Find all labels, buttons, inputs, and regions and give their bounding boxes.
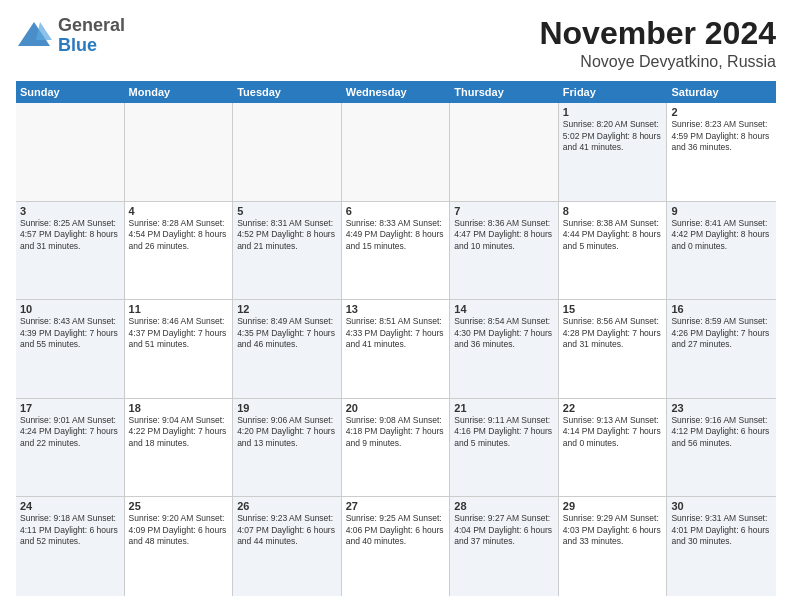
day-info: Sunrise: 9:04 AM Sunset: 4:22 PM Dayligh… bbox=[129, 415, 229, 449]
day-number: 22 bbox=[563, 402, 663, 414]
day-info: Sunrise: 8:20 AM Sunset: 5:02 PM Dayligh… bbox=[563, 119, 663, 153]
day-info: Sunrise: 9:01 AM Sunset: 4:24 PM Dayligh… bbox=[20, 415, 120, 449]
logo-icon bbox=[16, 18, 52, 54]
calendar-cell: 29Sunrise: 9:29 AM Sunset: 4:03 PM Dayli… bbox=[559, 497, 668, 596]
day-number: 3 bbox=[20, 205, 120, 217]
calendar-header-cell: Monday bbox=[125, 81, 234, 103]
calendar-cell: 25Sunrise: 9:20 AM Sunset: 4:09 PM Dayli… bbox=[125, 497, 234, 596]
day-number: 19 bbox=[237, 402, 337, 414]
day-info: Sunrise: 8:38 AM Sunset: 4:44 PM Dayligh… bbox=[563, 218, 663, 252]
calendar-cell bbox=[16, 103, 125, 201]
day-number: 29 bbox=[563, 500, 663, 512]
day-number: 15 bbox=[563, 303, 663, 315]
location: Novoye Devyatkino, Russia bbox=[539, 53, 776, 71]
day-number: 1 bbox=[563, 106, 663, 118]
day-number: 9 bbox=[671, 205, 772, 217]
day-number: 12 bbox=[237, 303, 337, 315]
calendar-cell: 6Sunrise: 8:33 AM Sunset: 4:49 PM Daylig… bbox=[342, 202, 451, 300]
day-number: 6 bbox=[346, 205, 446, 217]
calendar-cell: 1Sunrise: 8:20 AM Sunset: 5:02 PM Daylig… bbox=[559, 103, 668, 201]
day-info: Sunrise: 9:31 AM Sunset: 4:01 PM Dayligh… bbox=[671, 513, 772, 547]
calendar-week: 10Sunrise: 8:43 AM Sunset: 4:39 PM Dayli… bbox=[16, 300, 776, 399]
day-number: 16 bbox=[671, 303, 772, 315]
day-number: 21 bbox=[454, 402, 554, 414]
header: General Blue November 2024 Novoye Devyat… bbox=[16, 16, 776, 71]
calendar-cell: 16Sunrise: 8:59 AM Sunset: 4:26 PM Dayli… bbox=[667, 300, 776, 398]
day-info: Sunrise: 8:28 AM Sunset: 4:54 PM Dayligh… bbox=[129, 218, 229, 252]
day-info: Sunrise: 9:18 AM Sunset: 4:11 PM Dayligh… bbox=[20, 513, 120, 547]
day-number: 18 bbox=[129, 402, 229, 414]
calendar-cell: 10Sunrise: 8:43 AM Sunset: 4:39 PM Dayli… bbox=[16, 300, 125, 398]
calendar-cell: 13Sunrise: 8:51 AM Sunset: 4:33 PM Dayli… bbox=[342, 300, 451, 398]
calendar-cell: 28Sunrise: 9:27 AM Sunset: 4:04 PM Dayli… bbox=[450, 497, 559, 596]
day-number: 4 bbox=[129, 205, 229, 217]
day-number: 25 bbox=[129, 500, 229, 512]
calendar-header-cell: Tuesday bbox=[233, 81, 342, 103]
calendar-cell: 4Sunrise: 8:28 AM Sunset: 4:54 PM Daylig… bbox=[125, 202, 234, 300]
day-number: 2 bbox=[671, 106, 772, 118]
day-info: Sunrise: 8:46 AM Sunset: 4:37 PM Dayligh… bbox=[129, 316, 229, 350]
day-info: Sunrise: 8:23 AM Sunset: 4:59 PM Dayligh… bbox=[671, 119, 772, 153]
day-number: 5 bbox=[237, 205, 337, 217]
day-info: Sunrise: 8:31 AM Sunset: 4:52 PM Dayligh… bbox=[237, 218, 337, 252]
calendar-cell bbox=[450, 103, 559, 201]
day-number: 8 bbox=[563, 205, 663, 217]
svg-marker-1 bbox=[36, 22, 52, 40]
day-number: 27 bbox=[346, 500, 446, 512]
day-info: Sunrise: 8:56 AM Sunset: 4:28 PM Dayligh… bbox=[563, 316, 663, 350]
calendar-cell: 17Sunrise: 9:01 AM Sunset: 4:24 PM Dayli… bbox=[16, 399, 125, 497]
day-info: Sunrise: 8:41 AM Sunset: 4:42 PM Dayligh… bbox=[671, 218, 772, 252]
calendar-cell: 9Sunrise: 8:41 AM Sunset: 4:42 PM Daylig… bbox=[667, 202, 776, 300]
calendar-header-cell: Sunday bbox=[16, 81, 125, 103]
day-number: 17 bbox=[20, 402, 120, 414]
calendar-body: 1Sunrise: 8:20 AM Sunset: 5:02 PM Daylig… bbox=[16, 103, 776, 596]
day-info: Sunrise: 9:25 AM Sunset: 4:06 PM Dayligh… bbox=[346, 513, 446, 547]
day-number: 28 bbox=[454, 500, 554, 512]
calendar-cell: 7Sunrise: 8:36 AM Sunset: 4:47 PM Daylig… bbox=[450, 202, 559, 300]
calendar-header-cell: Friday bbox=[559, 81, 668, 103]
calendar-cell: 5Sunrise: 8:31 AM Sunset: 4:52 PM Daylig… bbox=[233, 202, 342, 300]
calendar-cell bbox=[342, 103, 451, 201]
calendar-header-cell: Wednesday bbox=[342, 81, 451, 103]
calendar-cell: 12Sunrise: 8:49 AM Sunset: 4:35 PM Dayli… bbox=[233, 300, 342, 398]
logo-text: General Blue bbox=[58, 16, 125, 56]
day-number: 14 bbox=[454, 303, 554, 315]
calendar-cell: 26Sunrise: 9:23 AM Sunset: 4:07 PM Dayli… bbox=[233, 497, 342, 596]
calendar: SundayMondayTuesdayWednesdayThursdayFrid… bbox=[16, 81, 776, 596]
day-number: 7 bbox=[454, 205, 554, 217]
day-number: 30 bbox=[671, 500, 772, 512]
calendar-cell: 11Sunrise: 8:46 AM Sunset: 4:37 PM Dayli… bbox=[125, 300, 234, 398]
day-number: 20 bbox=[346, 402, 446, 414]
calendar-week: 24Sunrise: 9:18 AM Sunset: 4:11 PM Dayli… bbox=[16, 497, 776, 596]
calendar-cell bbox=[233, 103, 342, 201]
calendar-header: SundayMondayTuesdayWednesdayThursdayFrid… bbox=[16, 81, 776, 103]
calendar-cell: 20Sunrise: 9:08 AM Sunset: 4:18 PM Dayli… bbox=[342, 399, 451, 497]
day-info: Sunrise: 8:36 AM Sunset: 4:47 PM Dayligh… bbox=[454, 218, 554, 252]
calendar-cell: 27Sunrise: 9:25 AM Sunset: 4:06 PM Dayli… bbox=[342, 497, 451, 596]
day-info: Sunrise: 8:51 AM Sunset: 4:33 PM Dayligh… bbox=[346, 316, 446, 350]
calendar-cell bbox=[125, 103, 234, 201]
calendar-cell: 24Sunrise: 9:18 AM Sunset: 4:11 PM Dayli… bbox=[16, 497, 125, 596]
day-info: Sunrise: 8:59 AM Sunset: 4:26 PM Dayligh… bbox=[671, 316, 772, 350]
day-info: Sunrise: 9:29 AM Sunset: 4:03 PM Dayligh… bbox=[563, 513, 663, 547]
calendar-cell: 19Sunrise: 9:06 AM Sunset: 4:20 PM Dayli… bbox=[233, 399, 342, 497]
calendar-cell: 14Sunrise: 8:54 AM Sunset: 4:30 PM Dayli… bbox=[450, 300, 559, 398]
calendar-week: 3Sunrise: 8:25 AM Sunset: 4:57 PM Daylig… bbox=[16, 202, 776, 301]
day-info: Sunrise: 9:20 AM Sunset: 4:09 PM Dayligh… bbox=[129, 513, 229, 547]
month-title: November 2024 bbox=[539, 16, 776, 51]
calendar-cell: 23Sunrise: 9:16 AM Sunset: 4:12 PM Dayli… bbox=[667, 399, 776, 497]
day-number: 26 bbox=[237, 500, 337, 512]
page: General Blue November 2024 Novoye Devyat… bbox=[0, 0, 792, 612]
day-info: Sunrise: 8:43 AM Sunset: 4:39 PM Dayligh… bbox=[20, 316, 120, 350]
logo: General Blue bbox=[16, 16, 125, 56]
day-info: Sunrise: 9:16 AM Sunset: 4:12 PM Dayligh… bbox=[671, 415, 772, 449]
day-info: Sunrise: 8:33 AM Sunset: 4:49 PM Dayligh… bbox=[346, 218, 446, 252]
day-number: 10 bbox=[20, 303, 120, 315]
calendar-header-cell: Saturday bbox=[667, 81, 776, 103]
day-number: 24 bbox=[20, 500, 120, 512]
day-info: Sunrise: 9:23 AM Sunset: 4:07 PM Dayligh… bbox=[237, 513, 337, 547]
calendar-week: 1Sunrise: 8:20 AM Sunset: 5:02 PM Daylig… bbox=[16, 103, 776, 202]
calendar-cell: 21Sunrise: 9:11 AM Sunset: 4:16 PM Dayli… bbox=[450, 399, 559, 497]
day-info: Sunrise: 9:13 AM Sunset: 4:14 PM Dayligh… bbox=[563, 415, 663, 449]
calendar-cell: 8Sunrise: 8:38 AM Sunset: 4:44 PM Daylig… bbox=[559, 202, 668, 300]
